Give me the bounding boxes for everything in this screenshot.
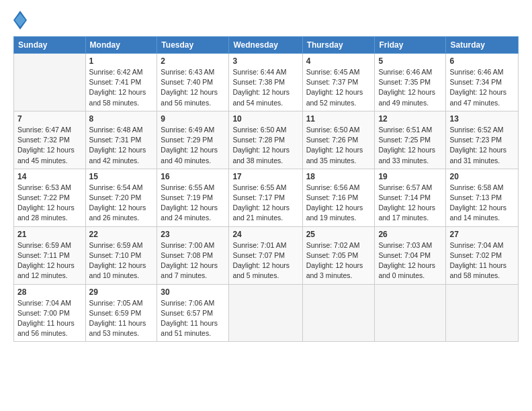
- day-info: Sunrise: 6:55 AMSunset: 7:19 PMDaylight:…: [161, 183, 225, 224]
- calendar-cell: 3Sunrise: 6:44 AMSunset: 7:38 PMDaylight…: [229, 54, 302, 111]
- svg-marker-1: [15, 13, 26, 27]
- day-number: 7: [17, 114, 82, 124]
- day-info: Sunrise: 6:42 AMSunset: 7:41 PMDaylight:…: [89, 67, 154, 108]
- day-info: Sunrise: 6:43 AMSunset: 7:40 PMDaylight:…: [161, 67, 225, 108]
- calendar-cell: [375, 284, 446, 342]
- day-info: Sunrise: 6:45 AMSunset: 7:37 PMDaylight:…: [306, 67, 371, 108]
- page-container: SundayMondayTuesdayWednesdayThursdayFrid…: [0, 0, 532, 349]
- calendar-cell: 25Sunrise: 7:02 AMSunset: 7:05 PMDayligh…: [302, 226, 375, 284]
- calendar-cell: 23Sunrise: 7:00 AMSunset: 7:08 PMDayligh…: [157, 226, 229, 284]
- weekday-header-thursday: Thursday: [302, 37, 375, 54]
- day-info: Sunrise: 6:47 AMSunset: 7:32 PMDaylight:…: [17, 125, 82, 166]
- calendar-cell: 10Sunrise: 6:50 AMSunset: 7:28 PMDayligh…: [229, 111, 302, 169]
- day-info: Sunrise: 6:55 AMSunset: 7:17 PMDaylight:…: [232, 183, 298, 224]
- weekday-header-row: SundayMondayTuesdayWednesdayThursdayFrid…: [14, 37, 519, 54]
- day-info: Sunrise: 6:46 AMSunset: 7:35 PMDaylight:…: [378, 67, 442, 108]
- calendar-cell: 19Sunrise: 6:57 AMSunset: 7:14 PMDayligh…: [375, 169, 446, 226]
- calendar-cell: [446, 284, 519, 342]
- weekday-header-friday: Friday: [375, 37, 446, 54]
- day-info: Sunrise: 7:01 AMSunset: 7:07 PMDaylight:…: [232, 240, 298, 281]
- calendar-cell: 11Sunrise: 6:50 AMSunset: 7:26 PMDayligh…: [302, 111, 375, 169]
- day-info: Sunrise: 7:04 AMSunset: 7:02 PMDaylight:…: [449, 240, 515, 281]
- day-info: Sunrise: 7:00 AMSunset: 7:08 PMDaylight:…: [161, 240, 225, 281]
- calendar-cell: 16Sunrise: 6:55 AMSunset: 7:19 PMDayligh…: [157, 169, 229, 226]
- day-number: 2: [161, 56, 225, 66]
- day-info: Sunrise: 6:57 AMSunset: 7:14 PMDaylight:…: [378, 183, 442, 224]
- calendar-cell: 27Sunrise: 7:04 AMSunset: 7:02 PMDayligh…: [446, 226, 519, 284]
- logo-icon: [13, 11, 27, 30]
- day-info: Sunrise: 6:51 AMSunset: 7:25 PMDaylight:…: [378, 125, 442, 166]
- day-info: Sunrise: 6:58 AMSunset: 7:13 PMDaylight:…: [449, 183, 515, 224]
- calendar-cell: 30Sunrise: 7:06 AMSunset: 6:57 PMDayligh…: [157, 284, 229, 342]
- calendar-cell: 12Sunrise: 6:51 AMSunset: 7:25 PMDayligh…: [375, 111, 446, 169]
- day-info: Sunrise: 6:49 AMSunset: 7:29 PMDaylight:…: [161, 125, 225, 166]
- day-number: 6: [449, 56, 515, 66]
- day-number: 4: [306, 56, 371, 66]
- day-number: 13: [449, 114, 515, 124]
- calendar-cell: 2Sunrise: 6:43 AMSunset: 7:40 PMDaylight…: [157, 54, 229, 111]
- page-header: [13, 11, 519, 30]
- day-number: 24: [232, 230, 298, 239]
- day-info: Sunrise: 6:46 AMSunset: 7:34 PMDaylight:…: [449, 67, 515, 108]
- calendar-week-3: 14Sunrise: 6:53 AMSunset: 7:22 PMDayligh…: [14, 169, 519, 226]
- logo: [13, 11, 28, 30]
- day-info: Sunrise: 6:59 AMSunset: 7:11 PMDaylight:…: [17, 240, 82, 281]
- weekday-header-tuesday: Tuesday: [157, 37, 229, 54]
- day-number: 25: [306, 230, 371, 239]
- day-number: 27: [449, 230, 515, 239]
- day-info: Sunrise: 6:53 AMSunset: 7:22 PMDaylight:…: [17, 183, 82, 224]
- calendar-cell: 7Sunrise: 6:47 AMSunset: 7:32 PMDaylight…: [14, 111, 86, 169]
- calendar-cell: 6Sunrise: 6:46 AMSunset: 7:34 PMDaylight…: [446, 54, 519, 111]
- calendar-week-2: 7Sunrise: 6:47 AMSunset: 7:32 PMDaylight…: [14, 111, 519, 169]
- calendar-week-4: 21Sunrise: 6:59 AMSunset: 7:11 PMDayligh…: [14, 226, 519, 284]
- day-number: 10: [232, 114, 298, 124]
- weekday-header-wednesday: Wednesday: [229, 37, 302, 54]
- day-number: 16: [161, 172, 225, 181]
- day-info: Sunrise: 7:02 AMSunset: 7:05 PMDaylight:…: [306, 240, 371, 281]
- day-info: Sunrise: 6:52 AMSunset: 7:23 PMDaylight:…: [449, 125, 515, 166]
- day-info: Sunrise: 7:06 AMSunset: 6:57 PMDaylight:…: [161, 298, 225, 339]
- calendar: SundayMondayTuesdayWednesdayThursdayFrid…: [13, 36, 519, 342]
- weekday-header-monday: Monday: [85, 37, 157, 54]
- day-number: 17: [232, 172, 298, 181]
- day-info: Sunrise: 6:59 AMSunset: 7:10 PMDaylight:…: [89, 240, 154, 281]
- day-info: Sunrise: 6:50 AMSunset: 7:26 PMDaylight:…: [306, 125, 371, 166]
- day-number: 21: [17, 230, 82, 239]
- day-number: 20: [449, 172, 515, 181]
- day-number: 19: [378, 172, 442, 181]
- day-number: 26: [378, 230, 442, 239]
- calendar-week-5: 28Sunrise: 7:04 AMSunset: 7:00 PMDayligh…: [14, 284, 519, 342]
- calendar-cell: 21Sunrise: 6:59 AMSunset: 7:11 PMDayligh…: [14, 226, 86, 284]
- calendar-cell: 4Sunrise: 6:45 AMSunset: 7:37 PMDaylight…: [302, 54, 375, 111]
- day-number: 9: [161, 114, 225, 124]
- calendar-cell: [14, 54, 86, 111]
- day-number: 12: [378, 114, 442, 124]
- day-number: 1: [89, 56, 154, 66]
- day-info: Sunrise: 7:05 AMSunset: 6:59 PMDaylight:…: [89, 298, 154, 339]
- day-number: 28: [17, 287, 82, 297]
- day-info: Sunrise: 6:48 AMSunset: 7:31 PMDaylight:…: [89, 125, 154, 166]
- calendar-cell: 9Sunrise: 6:49 AMSunset: 7:29 PMDaylight…: [157, 111, 229, 169]
- calendar-cell: 13Sunrise: 6:52 AMSunset: 7:23 PMDayligh…: [446, 111, 519, 169]
- day-info: Sunrise: 7:03 AMSunset: 7:04 PMDaylight:…: [378, 240, 442, 281]
- day-number: 22: [89, 230, 154, 239]
- calendar-week-1: 1Sunrise: 6:42 AMSunset: 7:41 PMDaylight…: [14, 54, 519, 111]
- calendar-cell: 5Sunrise: 6:46 AMSunset: 7:35 PMDaylight…: [375, 54, 446, 111]
- day-number: 5: [378, 56, 442, 66]
- day-number: 11: [306, 114, 371, 124]
- day-number: 3: [232, 56, 298, 66]
- calendar-cell: 24Sunrise: 7:01 AMSunset: 7:07 PMDayligh…: [229, 226, 302, 284]
- calendar-cell: 26Sunrise: 7:03 AMSunset: 7:04 PMDayligh…: [375, 226, 446, 284]
- day-info: Sunrise: 6:44 AMSunset: 7:38 PMDaylight:…: [232, 67, 298, 108]
- day-info: Sunrise: 7:04 AMSunset: 7:00 PMDaylight:…: [17, 298, 82, 339]
- calendar-cell: [229, 284, 302, 342]
- day-info: Sunrise: 6:50 AMSunset: 7:28 PMDaylight:…: [232, 125, 298, 166]
- weekday-header-saturday: Saturday: [446, 37, 519, 54]
- calendar-cell: 28Sunrise: 7:04 AMSunset: 7:00 PMDayligh…: [14, 284, 86, 342]
- calendar-cell: 29Sunrise: 7:05 AMSunset: 6:59 PMDayligh…: [85, 284, 157, 342]
- calendar-cell: 18Sunrise: 6:56 AMSunset: 7:16 PMDayligh…: [302, 169, 375, 226]
- day-number: 14: [17, 172, 82, 181]
- day-number: 18: [306, 172, 371, 181]
- day-number: 30: [161, 287, 225, 297]
- calendar-cell: 8Sunrise: 6:48 AMSunset: 7:31 PMDaylight…: [85, 111, 157, 169]
